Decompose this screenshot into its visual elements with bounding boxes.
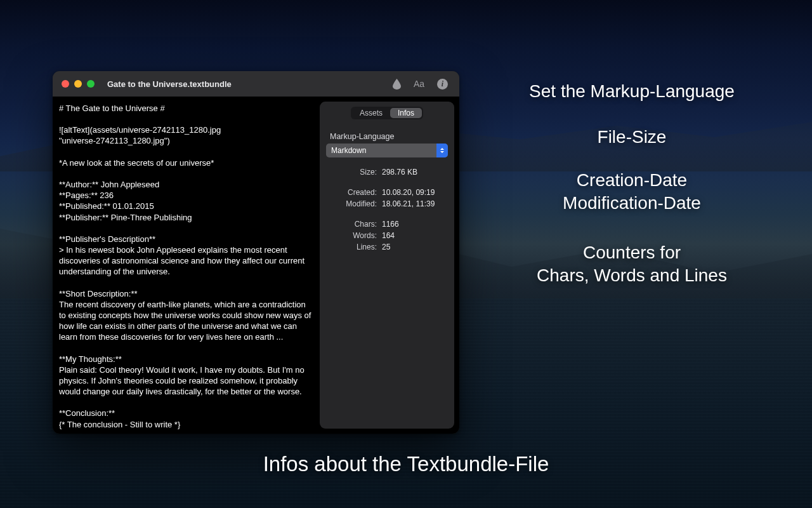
app-window: Gate to the Universe.textbundle Aa i # T… <box>53 71 459 434</box>
chars-value: 1166 <box>382 220 444 229</box>
annotation-dates: Creation-Date Modification-Date <box>492 169 771 215</box>
sidebar-tabs: Assets Infos <box>351 107 423 119</box>
annotation-counters: Counters for Chars, Words and Lines <box>492 241 771 288</box>
annotation-filesize: File-Size <box>492 126 771 149</box>
words-value: 164 <box>382 231 444 240</box>
close-button[interactable] <box>62 80 69 88</box>
window-title: Gate to the Universe.textbundle <box>107 79 386 89</box>
inspector-sidebar: Assets Infos Markup-Language Markdown Si… <box>320 102 454 429</box>
chars-label: Chars: <box>330 220 377 229</box>
chevron-updown-icon <box>436 144 448 157</box>
markup-language-label: Markup-Language <box>330 132 394 141</box>
tab-assets[interactable]: Assets <box>352 108 390 118</box>
caption: Infos about the Textbundle-File <box>0 451 812 478</box>
info-icon[interactable]: i <box>437 79 448 90</box>
annotation-markup: Set the Markup-Language <box>492 80 771 103</box>
lines-label: Lines: <box>330 243 377 251</box>
font-icon[interactable]: Aa <box>414 79 424 89</box>
size-label: Size: <box>330 168 377 177</box>
toolbar-icons: Aa i <box>393 79 452 90</box>
lines-value: 25 <box>382 243 444 251</box>
editor-textarea[interactable]: # The Gate to the Universe # ![altText](… <box>53 97 320 434</box>
tab-infos[interactable]: Infos <box>390 108 422 118</box>
maximize-button[interactable] <box>87 80 95 88</box>
created-value: 10.08.20, 09:19 <box>382 188 444 197</box>
size-value: 298.76 KB <box>382 168 444 177</box>
modified-label: Modified: <box>330 199 377 208</box>
window-content: # The Gate to the Universe # ![altText](… <box>53 97 459 434</box>
traffic-lights <box>62 80 95 88</box>
markup-language-select[interactable]: Markdown <box>326 144 448 157</box>
ink-drop-icon[interactable] <box>393 79 401 90</box>
modified-value: 18.06.21, 11:39 <box>382 199 444 208</box>
words-label: Words: <box>330 231 377 240</box>
titlebar[interactable]: Gate to the Universe.textbundle Aa i <box>53 71 459 97</box>
markup-language-value: Markdown <box>331 146 366 155</box>
info-grid: Size: 298.76 KB Created: 10.08.20, 09:19… <box>326 168 448 251</box>
created-label: Created: <box>330 188 377 197</box>
minimize-button[interactable] <box>74 80 82 88</box>
